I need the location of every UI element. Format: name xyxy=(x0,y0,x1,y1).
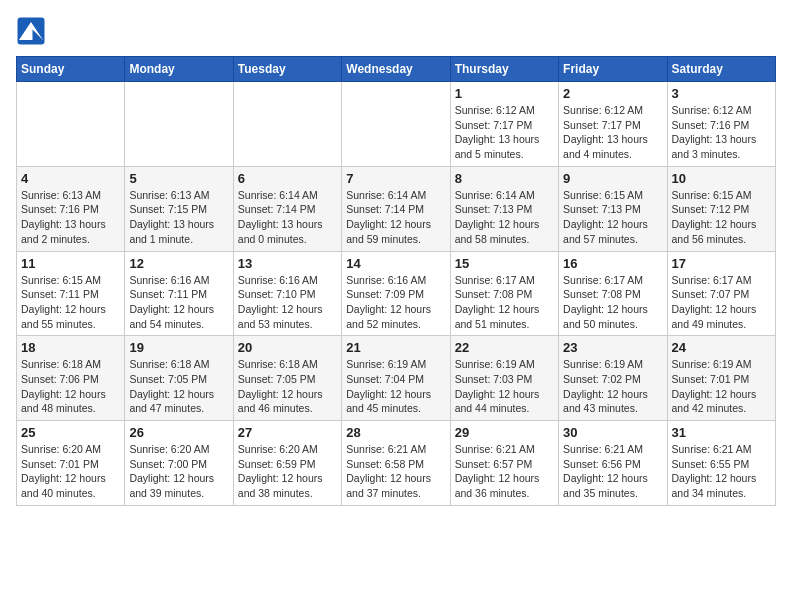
day-info: Sunrise: 6:20 AM Sunset: 7:01 PM Dayligh… xyxy=(21,442,120,501)
day-info: Sunrise: 6:21 AM Sunset: 6:57 PM Dayligh… xyxy=(455,442,554,501)
day-number: 29 xyxy=(455,425,554,440)
day-number: 19 xyxy=(129,340,228,355)
calendar-cell: 2Sunrise: 6:12 AM Sunset: 7:17 PM Daylig… xyxy=(559,82,667,167)
calendar-cell xyxy=(125,82,233,167)
calendar-cell: 26Sunrise: 6:20 AM Sunset: 7:00 PM Dayli… xyxy=(125,421,233,506)
day-number: 2 xyxy=(563,86,662,101)
calendar-cell: 3Sunrise: 6:12 AM Sunset: 7:16 PM Daylig… xyxy=(667,82,775,167)
calendar-cell: 4Sunrise: 6:13 AM Sunset: 7:16 PM Daylig… xyxy=(17,166,125,251)
calendar-week-row: 18Sunrise: 6:18 AM Sunset: 7:06 PM Dayli… xyxy=(17,336,776,421)
calendar-cell: 22Sunrise: 6:19 AM Sunset: 7:03 PM Dayli… xyxy=(450,336,558,421)
day-number: 8 xyxy=(455,171,554,186)
day-number: 22 xyxy=(455,340,554,355)
day-info: Sunrise: 6:14 AM Sunset: 7:13 PM Dayligh… xyxy=(455,188,554,247)
calendar-cell: 21Sunrise: 6:19 AM Sunset: 7:04 PM Dayli… xyxy=(342,336,450,421)
day-number: 18 xyxy=(21,340,120,355)
day-number: 23 xyxy=(563,340,662,355)
day-info: Sunrise: 6:16 AM Sunset: 7:10 PM Dayligh… xyxy=(238,273,337,332)
calendar-cell: 13Sunrise: 6:16 AM Sunset: 7:10 PM Dayli… xyxy=(233,251,341,336)
day-number: 16 xyxy=(563,256,662,271)
calendar-cell: 31Sunrise: 6:21 AM Sunset: 6:55 PM Dayli… xyxy=(667,421,775,506)
calendar-week-row: 1Sunrise: 6:12 AM Sunset: 7:17 PM Daylig… xyxy=(17,82,776,167)
day-number: 24 xyxy=(672,340,771,355)
logo-icon xyxy=(16,16,46,46)
page-header xyxy=(16,16,776,46)
day-info: Sunrise: 6:14 AM Sunset: 7:14 PM Dayligh… xyxy=(346,188,445,247)
calendar-cell: 12Sunrise: 6:16 AM Sunset: 7:11 PM Dayli… xyxy=(125,251,233,336)
day-info: Sunrise: 6:17 AM Sunset: 7:07 PM Dayligh… xyxy=(672,273,771,332)
day-info: Sunrise: 6:21 AM Sunset: 6:55 PM Dayligh… xyxy=(672,442,771,501)
weekday-header: Sunday xyxy=(17,57,125,82)
day-number: 31 xyxy=(672,425,771,440)
weekday-header: Thursday xyxy=(450,57,558,82)
weekday-header: Saturday xyxy=(667,57,775,82)
calendar-cell: 19Sunrise: 6:18 AM Sunset: 7:05 PM Dayli… xyxy=(125,336,233,421)
day-info: Sunrise: 6:18 AM Sunset: 7:05 PM Dayligh… xyxy=(129,357,228,416)
day-info: Sunrise: 6:15 AM Sunset: 7:12 PM Dayligh… xyxy=(672,188,771,247)
calendar-cell: 14Sunrise: 6:16 AM Sunset: 7:09 PM Dayli… xyxy=(342,251,450,336)
day-info: Sunrise: 6:19 AM Sunset: 7:02 PM Dayligh… xyxy=(563,357,662,416)
calendar-cell: 30Sunrise: 6:21 AM Sunset: 6:56 PM Dayli… xyxy=(559,421,667,506)
calendar-cell: 23Sunrise: 6:19 AM Sunset: 7:02 PM Dayli… xyxy=(559,336,667,421)
day-info: Sunrise: 6:16 AM Sunset: 7:09 PM Dayligh… xyxy=(346,273,445,332)
day-number: 12 xyxy=(129,256,228,271)
calendar-header: SundayMondayTuesdayWednesdayThursdayFrid… xyxy=(17,57,776,82)
day-number: 13 xyxy=(238,256,337,271)
day-info: Sunrise: 6:18 AM Sunset: 7:06 PM Dayligh… xyxy=(21,357,120,416)
calendar-cell xyxy=(342,82,450,167)
calendar-cell: 27Sunrise: 6:20 AM Sunset: 6:59 PM Dayli… xyxy=(233,421,341,506)
calendar-cell: 6Sunrise: 6:14 AM Sunset: 7:14 PM Daylig… xyxy=(233,166,341,251)
calendar-cell: 24Sunrise: 6:19 AM Sunset: 7:01 PM Dayli… xyxy=(667,336,775,421)
day-info: Sunrise: 6:12 AM Sunset: 7:17 PM Dayligh… xyxy=(455,103,554,162)
day-info: Sunrise: 6:19 AM Sunset: 7:04 PM Dayligh… xyxy=(346,357,445,416)
day-info: Sunrise: 6:13 AM Sunset: 7:16 PM Dayligh… xyxy=(21,188,120,247)
calendar-table: SundayMondayTuesdayWednesdayThursdayFrid… xyxy=(16,56,776,506)
calendar-cell: 1Sunrise: 6:12 AM Sunset: 7:17 PM Daylig… xyxy=(450,82,558,167)
day-info: Sunrise: 6:12 AM Sunset: 7:17 PM Dayligh… xyxy=(563,103,662,162)
day-number: 7 xyxy=(346,171,445,186)
calendar-week-row: 4Sunrise: 6:13 AM Sunset: 7:16 PM Daylig… xyxy=(17,166,776,251)
day-number: 20 xyxy=(238,340,337,355)
day-info: Sunrise: 6:20 AM Sunset: 7:00 PM Dayligh… xyxy=(129,442,228,501)
day-number: 21 xyxy=(346,340,445,355)
day-number: 9 xyxy=(563,171,662,186)
calendar-cell: 29Sunrise: 6:21 AM Sunset: 6:57 PM Dayli… xyxy=(450,421,558,506)
day-info: Sunrise: 6:13 AM Sunset: 7:15 PM Dayligh… xyxy=(129,188,228,247)
day-number: 4 xyxy=(21,171,120,186)
weekday-header: Friday xyxy=(559,57,667,82)
day-info: Sunrise: 6:18 AM Sunset: 7:05 PM Dayligh… xyxy=(238,357,337,416)
day-info: Sunrise: 6:21 AM Sunset: 6:58 PM Dayligh… xyxy=(346,442,445,501)
calendar-cell: 20Sunrise: 6:18 AM Sunset: 7:05 PM Dayli… xyxy=(233,336,341,421)
calendar-cell: 11Sunrise: 6:15 AM Sunset: 7:11 PM Dayli… xyxy=(17,251,125,336)
day-info: Sunrise: 6:19 AM Sunset: 7:03 PM Dayligh… xyxy=(455,357,554,416)
day-number: 1 xyxy=(455,86,554,101)
calendar-cell: 7Sunrise: 6:14 AM Sunset: 7:14 PM Daylig… xyxy=(342,166,450,251)
weekday-header: Monday xyxy=(125,57,233,82)
day-info: Sunrise: 6:19 AM Sunset: 7:01 PM Dayligh… xyxy=(672,357,771,416)
calendar-cell: 9Sunrise: 6:15 AM Sunset: 7:13 PM Daylig… xyxy=(559,166,667,251)
day-info: Sunrise: 6:17 AM Sunset: 7:08 PM Dayligh… xyxy=(563,273,662,332)
calendar-cell: 25Sunrise: 6:20 AM Sunset: 7:01 PM Dayli… xyxy=(17,421,125,506)
logo xyxy=(16,16,50,46)
day-info: Sunrise: 6:21 AM Sunset: 6:56 PM Dayligh… xyxy=(563,442,662,501)
day-number: 27 xyxy=(238,425,337,440)
calendar-cell: 17Sunrise: 6:17 AM Sunset: 7:07 PM Dayli… xyxy=(667,251,775,336)
day-number: 3 xyxy=(672,86,771,101)
calendar-week-row: 11Sunrise: 6:15 AM Sunset: 7:11 PM Dayli… xyxy=(17,251,776,336)
calendar-cell: 18Sunrise: 6:18 AM Sunset: 7:06 PM Dayli… xyxy=(17,336,125,421)
calendar-week-row: 25Sunrise: 6:20 AM Sunset: 7:01 PM Dayli… xyxy=(17,421,776,506)
day-number: 26 xyxy=(129,425,228,440)
calendar-cell: 8Sunrise: 6:14 AM Sunset: 7:13 PM Daylig… xyxy=(450,166,558,251)
day-info: Sunrise: 6:16 AM Sunset: 7:11 PM Dayligh… xyxy=(129,273,228,332)
calendar-cell xyxy=(17,82,125,167)
day-number: 15 xyxy=(455,256,554,271)
calendar-cell xyxy=(233,82,341,167)
weekday-header: Tuesday xyxy=(233,57,341,82)
day-number: 10 xyxy=(672,171,771,186)
day-number: 25 xyxy=(21,425,120,440)
day-number: 30 xyxy=(563,425,662,440)
calendar-cell: 15Sunrise: 6:17 AM Sunset: 7:08 PM Dayli… xyxy=(450,251,558,336)
calendar-cell: 5Sunrise: 6:13 AM Sunset: 7:15 PM Daylig… xyxy=(125,166,233,251)
calendar-cell: 28Sunrise: 6:21 AM Sunset: 6:58 PM Dayli… xyxy=(342,421,450,506)
day-info: Sunrise: 6:12 AM Sunset: 7:16 PM Dayligh… xyxy=(672,103,771,162)
